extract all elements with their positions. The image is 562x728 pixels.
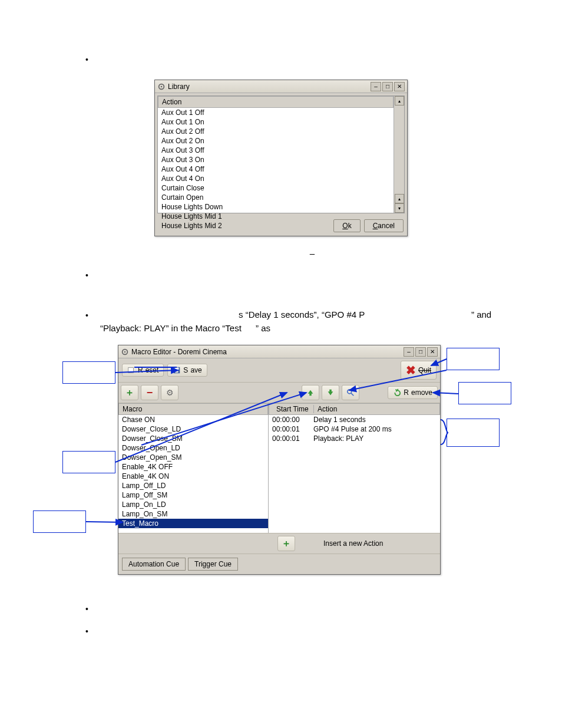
minimize-button[interactable]: –	[371, 82, 381, 91]
action-columns-header: Start Time Action	[269, 403, 440, 415]
table-row[interactable]: 00:00:00Delay 1 seconds	[269, 415, 440, 424]
close-icon: ✖	[406, 363, 416, 377]
zoom-button[interactable]	[342, 385, 359, 400]
reset-button[interactable]: Reset	[122, 364, 164, 377]
tab-automation-cue[interactable]: Automation Cue	[122, 558, 186, 571]
list-item[interactable]: Dowser_Close_LD	[118, 424, 268, 434]
cell-action: Delay 1 seconds	[313, 416, 437, 424]
cell-start-time: 00:00:00	[272, 416, 313, 424]
quit-button[interactable]: ✖ Quit	[401, 361, 437, 380]
start-time-header: Start Time	[273, 405, 314, 413]
list-item[interactable]: Lamp_On_LD	[118, 500, 268, 509]
svg-rect-6	[175, 368, 179, 370]
list-item[interactable]: Aux Out 4 On	[158, 174, 394, 183]
titlebar: Library – □ ✕	[155, 80, 407, 93]
svg-rect-7	[176, 371, 178, 373]
settings-button[interactable]: ⚙	[161, 385, 178, 400]
table-row[interactable]: 00:00:01GPO #4 Pulse at 200 ms	[269, 424, 440, 434]
body-text: ” and	[471, 308, 491, 321]
cell-action: GPO #4 Pulse at 200 ms	[313, 425, 437, 433]
list-item[interactable]: Aux Out 2 Off	[158, 127, 394, 136]
list-item[interactable]: Enable_4K OFF	[118, 462, 268, 472]
callout-save	[62, 361, 115, 384]
bullet: •	[85, 604, 88, 614]
table-row[interactable]: 00:00:01Playback: PLAY	[269, 434, 440, 443]
plus-icon: ＋	[125, 387, 134, 399]
maximize-button[interactable]: □	[415, 347, 426, 357]
close-button[interactable]: ✕	[394, 82, 405, 91]
bullet: •	[85, 627, 88, 636]
titlebar: Macro Editor - Doremi Cinema – □ ✕	[118, 345, 440, 358]
tab-trigger-cue[interactable]: Trigger Cue	[188, 558, 238, 571]
svg-line-17	[86, 522, 123, 522]
list-item[interactable]: Aux Out 2 On	[158, 136, 394, 146]
gear-icon	[121, 348, 129, 356]
scroll-down[interactable]: ▾	[395, 203, 404, 213]
bullet: •	[85, 271, 88, 280]
body-text: s “Delay 1 seconds”, “GPO #4 P	[239, 308, 365, 321]
delete-macro-button[interactable]: −	[141, 385, 158, 400]
callout-actions	[447, 419, 500, 447]
window-title: Macro Editor - Doremi Cinema	[131, 348, 404, 356]
list-item[interactable]: Lamp_Off_SM	[118, 490, 268, 500]
cell-start-time: 00:00:01	[272, 434, 313, 443]
arrow-up-icon	[306, 388, 315, 397]
list-item[interactable]: Aux Out 4 Off	[158, 164, 394, 174]
callout-quit	[447, 348, 500, 370]
action-list[interactable]: Aux Out 1 OffAux Out 1 OnAux Out 2 OffAu…	[158, 108, 394, 230]
library-window: Library – □ ✕ Action Aux Out 1 OffAux Ou…	[154, 80, 408, 236]
close-button[interactable]: ✕	[427, 347, 438, 357]
save-button[interactable]: Save	[167, 364, 207, 377]
remove-button[interactable]: Remove	[388, 386, 438, 399]
list-item[interactable]: Lamp_On_SM	[118, 509, 268, 519]
body-text: ” as	[256, 322, 270, 334]
bullet: •	[85, 55, 88, 64]
list-item[interactable]: Dowser_Close_SM	[118, 434, 268, 443]
list-item[interactable]: Dowser_Open_SM	[118, 453, 268, 462]
scroll-up-2[interactable]: ▴	[395, 194, 404, 203]
list-item[interactable]: Curtain Close	[158, 183, 394, 193]
plus-icon: ＋	[282, 538, 291, 550]
list-item[interactable]: Enable_4K ON	[118, 472, 268, 481]
add-action-button[interactable]: ＋	[277, 536, 295, 551]
gear-icon	[157, 83, 166, 91]
window-title: Library	[168, 83, 371, 91]
magnifier-icon	[346, 388, 355, 397]
list-item[interactable]: Curtain Open	[158, 193, 394, 202]
list-item[interactable]: Lamp_Off_LD	[118, 481, 268, 490]
action-list[interactable]: 00:00:00Delay 1 seconds00:00:01GPO #4 Pu…	[269, 415, 440, 443]
arrow-down-icon	[326, 388, 335, 397]
list-item[interactable]: Aux Out 1 On	[158, 117, 394, 127]
list-item[interactable]: Test_Macro	[118, 519, 268, 528]
cell-start-time: 00:00:01	[272, 425, 313, 433]
action-header: Action	[314, 405, 436, 413]
cancel-button[interactable]: Cancel	[364, 219, 404, 232]
figure-caption: –	[194, 248, 430, 258]
minimize-button[interactable]: –	[404, 347, 414, 357]
list-item[interactable]: House Lights Down	[158, 202, 394, 212]
svg-point-1	[161, 85, 163, 87]
undo-icon	[393, 388, 401, 397]
maximize-button[interactable]: □	[382, 82, 393, 91]
list-item[interactable]: Aux Out 3 Off	[158, 146, 394, 155]
macro-list[interactable]: Chase ONDowser_Close_LDDowser_Close_SMDo…	[118, 415, 268, 528]
list-item[interactable]: Dowser_Open_LD	[118, 443, 268, 453]
list-item[interactable]: Aux Out 3 On	[158, 155, 394, 164]
macro-editor-window: Macro Editor - Doremi Cinema – □ ✕ Reset…	[118, 345, 441, 575]
callout-movedown	[62, 451, 115, 473]
move-down-button[interactable]	[322, 385, 339, 400]
ok-button[interactable]: Ok	[333, 219, 360, 232]
scroll-up[interactable]: ▴	[395, 96, 404, 106]
svg-line-9	[351, 393, 353, 396]
move-up-button[interactable]	[302, 385, 319, 400]
svg-point-8	[348, 390, 352, 394]
minus-icon: −	[147, 387, 153, 399]
body-text: “Playback: PLAY” in the Macro “Test	[100, 322, 242, 334]
callout-testmacro	[33, 510, 86, 533]
list-item[interactable]: Chase ON	[118, 415, 268, 424]
insert-action-label: Insert a new Action	[323, 539, 383, 548]
add-macro-button[interactable]: ＋	[121, 385, 138, 400]
scrollbar[interactable]: ▴ ▴ ▾	[394, 96, 404, 213]
list-item[interactable]: Aux Out 1 Off	[158, 108, 394, 117]
callout-remove	[458, 382, 511, 404]
